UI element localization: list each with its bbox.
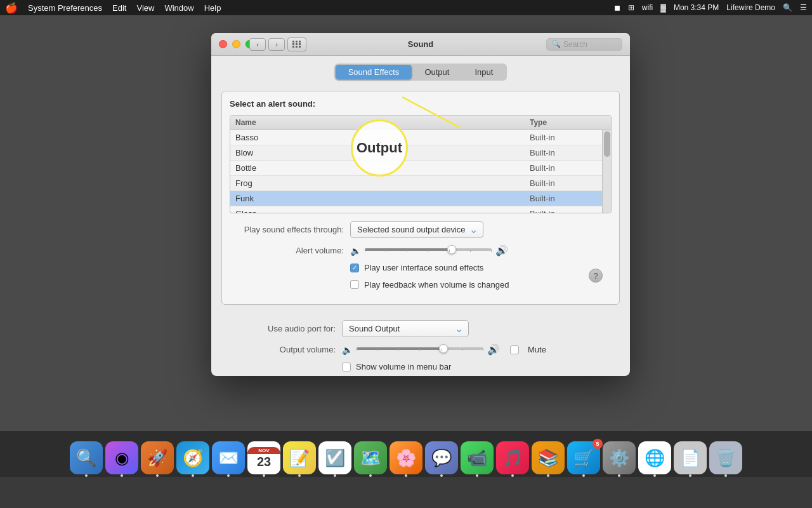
dock-facetime[interactable]: 📹	[461, 441, 494, 474]
minimize-button[interactable]	[232, 40, 240, 48]
play-through-select[interactable]: Selected sound output device ⌄	[350, 221, 483, 238]
tab-output[interactable]: Output	[412, 65, 462, 79]
dock-safari[interactable]: 🧭	[176, 441, 209, 474]
dock-finder[interactable]: 🔍	[70, 441, 103, 474]
table-row[interactable]: Bottle Built-in	[230, 161, 611, 176]
dock-chrome[interactable]: 🌐	[638, 441, 671, 474]
volume-high-icon: 🔊	[495, 244, 508, 257]
col-type: Type	[530, 118, 606, 127]
output-slider-ticks	[357, 349, 483, 351]
menubar-right: ◼ ⊞ wifi ▓ Mon 3:34 PM Lifewire Demo 🔍 ☰	[614, 3, 807, 12]
dock-discord[interactable]: 💬	[425, 441, 458, 474]
table-row[interactable]: Basso Built-in	[230, 130, 611, 145]
dock-siri[interactable]: ◉	[105, 441, 138, 474]
table-row[interactable]: Glass Built-in	[230, 206, 611, 213]
dock-photos[interactable]: 🌸	[390, 441, 422, 474]
ui-sounds-checkbox[interactable]: ✓	[350, 264, 359, 272]
tabs-container: Sound Effects Output Input	[221, 64, 620, 81]
play-through-label: Play sound effects through:	[230, 225, 344, 234]
wifi-icon: wifi	[642, 3, 653, 12]
dock-trash[interactable]: 🗑️	[709, 441, 742, 474]
sound-name: Glass	[235, 209, 530, 213]
menubar-edit[interactable]: Edit	[112, 3, 126, 13]
annotation-text: Output	[357, 140, 402, 156]
alert-volume-label: Alert volume:	[230, 246, 344, 255]
dock-itunes[interactable]: 🎵	[496, 441, 529, 474]
table-row[interactable]: Frog Built-in	[230, 176, 611, 191]
bottom-section: Use audio port for: Sound Output ⌄ Outpu…	[211, 312, 630, 376]
window-titlebar: ‹ › Sound 🔍 Search	[211, 33, 630, 56]
table-body: Basso Built-in Blow Built-in Bottle Buil…	[230, 130, 611, 213]
battery-icon: ▓	[660, 3, 666, 12]
alert-volume-control: 🔈 🔊	[350, 244, 508, 257]
table-row[interactable]: Blow Built-in	[230, 145, 611, 161]
tab-input[interactable]: Input	[462, 65, 506, 79]
menubar-system-preferences[interactable]: System Preferences	[28, 3, 102, 13]
output-volume-control: 🔈 🔊 Mute	[342, 344, 546, 356]
sound-type: Built-in	[530, 148, 606, 157]
menubar-window[interactable]: Window	[164, 3, 193, 13]
display-icon: ⊞	[628, 3, 634, 12]
forward-button[interactable]: ›	[268, 38, 285, 51]
play-through-value: Selected sound output device	[357, 225, 466, 234]
window-controls	[219, 40, 254, 48]
tab-sound-effects[interactable]: Sound Effects	[336, 65, 412, 79]
dock-reminders[interactable]: ☑️	[318, 441, 351, 474]
sound-type: Built-in	[530, 178, 606, 188]
user-name: Lifewire Demo	[726, 3, 775, 12]
menubar-help[interactable]: Help	[204, 3, 221, 13]
search-icon: 🔍	[552, 40, 561, 48]
menubar-view[interactable]: View	[136, 3, 154, 13]
audio-port-select[interactable]: Sound Output ⌄	[342, 320, 469, 337]
help-button[interactable]: ?	[589, 269, 603, 283]
dropdown-arrow-icon: ⌄	[469, 224, 478, 236]
close-button[interactable]	[219, 40, 227, 48]
svg-line-0	[402, 97, 461, 128]
grid-button[interactable]	[287, 37, 306, 51]
dock-file[interactable]: 📄	[674, 441, 707, 474]
dropbox-icon: ◼	[614, 3, 620, 12]
scrollbar[interactable]	[602, 130, 611, 213]
table-row-selected[interactable]: Funk Built-in	[230, 191, 611, 206]
sound-window: ‹ › Sound 🔍 Search Sound Effects	[211, 33, 630, 376]
show-volume-checkbox[interactable]	[342, 363, 351, 371]
dock-calendar[interactable]: NOV 23	[247, 441, 280, 474]
desktop: ‹ › Sound 🔍 Search Sound Effects	[0, 15, 812, 477]
search-icon[interactable]: 🔍	[783, 3, 792, 12]
apple-menu[interactable]: 🍎	[5, 2, 18, 14]
list-icon[interactable]: ☰	[800, 3, 807, 12]
output-volume-label: Output volume:	[221, 345, 336, 354]
sound-type: Built-in	[530, 194, 606, 203]
window-title: Sound	[408, 39, 433, 49]
show-volume-row: Show volume in menu bar	[221, 362, 620, 371]
feedback-label: Play feedback when volume is changed	[364, 280, 509, 290]
dock-launchpad[interactable]: 🚀	[141, 441, 174, 474]
dropdown-arrow-icon: ⌄	[455, 323, 463, 335]
search-bar[interactable]: 🔍 Search	[546, 38, 622, 51]
mute-label: Mute	[528, 345, 546, 354]
sound-type: Built-in	[530, 163, 606, 173]
back-button[interactable]: ‹	[249, 38, 266, 51]
sound-name: Frog	[235, 178, 530, 188]
output-volume-high-icon: 🔊	[487, 344, 500, 356]
search-placeholder: Search	[563, 40, 587, 49]
sounds-table: Name Type Basso Built-in Blow Built-in	[230, 115, 612, 213]
menubar-left: 🍎 System Preferences Edit View Window He…	[5, 2, 221, 14]
audio-port-value: Sound Output	[349, 324, 451, 333]
mute-checkbox[interactable]	[510, 345, 519, 354]
sound-type: Built-in	[530, 133, 606, 142]
annotation-line	[392, 93, 475, 128]
feedback-checkbox[interactable]	[350, 280, 359, 289]
dock-books[interactable]: 📚	[532, 441, 565, 474]
scrollbar-thumb[interactable]	[604, 131, 610, 157]
play-through-row: Play sound effects through: Selected sou…	[230, 221, 612, 238]
feedback-row: Play feedback when volume is changed ?	[230, 277, 612, 291]
dock-appstore[interactable]: 🛒 5	[567, 441, 600, 474]
slider-ticks	[365, 250, 492, 252]
dock-notes[interactable]: 📝	[283, 441, 316, 474]
dock-maps[interactable]: 🗺️	[354, 441, 387, 474]
check-icon: ✓	[352, 264, 357, 271]
clock: Mon 3:34 PM	[674, 3, 719, 12]
dock-mail[interactable]: ✉️	[212, 441, 245, 474]
dock-system-preferences[interactable]: ⚙️	[603, 441, 636, 474]
